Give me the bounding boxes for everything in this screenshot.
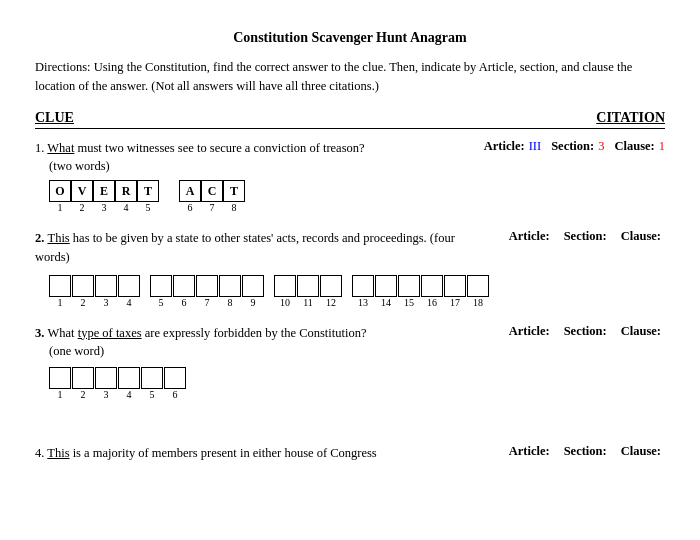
cell-a: A <box>179 180 201 202</box>
q2-number: 2. <box>35 231 48 245</box>
cell-q3-1 <box>49 367 71 389</box>
cell-q3-2 <box>72 367 94 389</box>
num2-5: 5 <box>150 297 172 308</box>
q1-grid2: A C T 6 7 8 <box>179 180 245 213</box>
num2-9: 9 <box>242 297 264 308</box>
question-3-text: 3. What type of taxes are expressly forb… <box>35 324 455 362</box>
num-4: 4 <box>115 202 137 213</box>
num2-17: 17 <box>444 297 466 308</box>
cell-q2-5 <box>150 275 172 297</box>
num3-1: 1 <box>49 389 71 400</box>
q1-grid1: O V E R T 1 2 3 4 5 <box>49 180 159 213</box>
q3-clause-label: Clause: <box>621 324 661 339</box>
cell-q2-7 <box>196 275 218 297</box>
cell-q2-1 <box>49 275 71 297</box>
directions: Directions: Using the Constitution, find… <box>35 58 665 96</box>
q1-number: 1. <box>35 141 47 155</box>
cell-t: T <box>137 180 159 202</box>
cell-o: O <box>49 180 71 202</box>
cell-e: E <box>93 180 115 202</box>
cell-q2-2 <box>72 275 94 297</box>
cell-q2-15 <box>398 275 420 297</box>
q1-section-value: 3 <box>598 139 604 154</box>
q3-what: What <box>48 326 78 340</box>
num2-13: 13 <box>352 297 374 308</box>
clue-header: CLUE <box>35 110 74 126</box>
cell-t2: T <box>223 180 245 202</box>
q4-section-label: Section: <box>564 444 607 459</box>
cell-q2-17 <box>444 275 466 297</box>
page-title: Constitution Scavenger Hunt Anagram <box>35 30 665 46</box>
question-2-text: 2. This has to be given by a state to ot… <box>35 229 455 267</box>
num2-11: 11 <box>297 297 319 308</box>
num3-5: 5 <box>141 389 163 400</box>
cell-q2-9 <box>242 275 264 297</box>
q4-clause-label: Clause: <box>621 444 661 459</box>
q1-citation: Article: III Section: 3 Clause: 1 <box>484 139 665 154</box>
q4-underline: This <box>47 446 69 460</box>
cell-v: V <box>71 180 93 202</box>
q1-article-label: Article: <box>484 139 525 154</box>
num2-4: 4 <box>118 297 140 308</box>
q4-rest: is a majority of members present in eith… <box>70 446 377 460</box>
num3-6: 6 <box>164 389 186 400</box>
question-4: 4. This is a majority of members present… <box>35 444 665 463</box>
cell-c: C <box>201 180 223 202</box>
cell-q3-6 <box>164 367 186 389</box>
num3-4: 4 <box>118 389 140 400</box>
q3-citation: Article: Section: Clause: <box>509 324 665 339</box>
q2-grid-cells <box>49 275 665 297</box>
cell-q3-4 <box>118 367 140 389</box>
q3-grid-cells <box>49 367 665 389</box>
q2-grid-nums: 1 2 3 4 5 6 7 8 9 10 11 12 13 14 15 16 1… <box>49 297 665 308</box>
num2-10: 10 <box>274 297 296 308</box>
num2-2: 2 <box>72 297 94 308</box>
q2-clause-label: Clause: <box>621 229 661 244</box>
cell-q3-3 <box>95 367 117 389</box>
num2-16: 16 <box>421 297 443 308</box>
q1-clause-value: 1 <box>659 139 665 154</box>
cell-q2-10 <box>274 275 296 297</box>
q3-rest: are expressly forbidden by the Constitut… <box>142 326 367 340</box>
q4-article-label: Article: <box>509 444 550 459</box>
q4-number: 4. <box>35 446 47 460</box>
question-1: 1. What must two witnesses see to secure… <box>35 139 665 214</box>
q3-article-label: Article: <box>509 324 550 339</box>
num2-12: 12 <box>320 297 342 308</box>
num2-6: 6 <box>173 297 195 308</box>
question-4-text: 4. This is a majority of members present… <box>35 444 455 463</box>
num-1: 1 <box>49 202 71 213</box>
q2-article-label: Article: <box>509 229 550 244</box>
cell-q2-6 <box>173 275 195 297</box>
q2-rest: has to be given by a state to other stat… <box>35 231 455 264</box>
num3-2: 2 <box>72 389 94 400</box>
cell-q2-8 <box>219 275 241 297</box>
question-3: 3. What type of taxes are expressly forb… <box>35 324 665 401</box>
num-7: 7 <box>201 202 223 213</box>
num2-7: 7 <box>196 297 218 308</box>
q1-rest: must two witnesses see to secure a convi… <box>74 141 364 155</box>
cell-q2-18 <box>467 275 489 297</box>
num-8: 8 <box>223 202 245 213</box>
num2-8: 8 <box>219 297 241 308</box>
cell-q2-12 <box>320 275 342 297</box>
num2-1: 1 <box>49 297 71 308</box>
num2-15: 15 <box>398 297 420 308</box>
num2-14: 14 <box>375 297 397 308</box>
cell-q3-5 <box>141 367 163 389</box>
citation-header: CITATION <box>596 110 665 126</box>
q1-sub: (two words) <box>49 159 110 173</box>
cell-r: R <box>115 180 137 202</box>
q3-section-label: Section: <box>564 324 607 339</box>
cell-q2-16 <box>421 275 443 297</box>
cell-q2-11 <box>297 275 319 297</box>
q2-citation: Article: Section: Clause: <box>509 229 665 244</box>
q3-number: 3. <box>35 326 48 340</box>
num-5: 5 <box>137 202 159 213</box>
cell-q2-14 <box>375 275 397 297</box>
q1-article-value: III <box>529 139 542 154</box>
q2-section-label: Section: <box>564 229 607 244</box>
q3-grid-nums: 1 2 3 4 5 6 <box>49 389 665 400</box>
cell-q2-13 <box>352 275 374 297</box>
q2-underline: This <box>48 231 70 245</box>
